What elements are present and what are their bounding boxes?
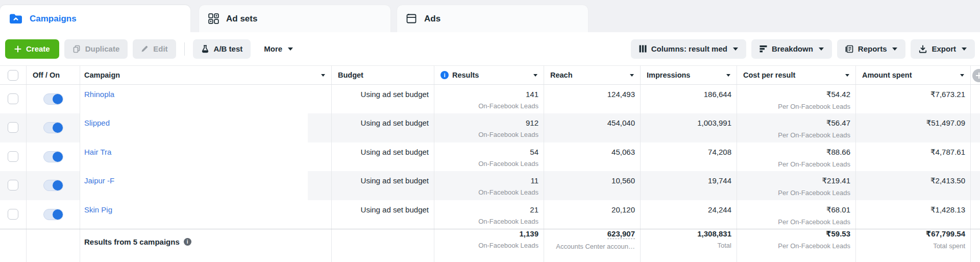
results-subtext: On-Facebook Leads <box>478 102 538 110</box>
campaign-link[interactable]: Hair Tra <box>80 142 111 156</box>
budget-cell: Using ad set budget <box>332 85 434 113</box>
campaigns-table: Off / On Campaign Budget Results Reach I… <box>0 65 980 262</box>
duplicate-button[interactable]: Duplicate <box>64 39 128 59</box>
reports-icon <box>845 45 853 53</box>
export-button[interactable]: Export <box>911 39 975 59</box>
sort-caret-icon[interactable] <box>726 74 730 77</box>
table-header-row: Off / On Campaign Budget Results Reach I… <box>0 65 980 85</box>
chevron-down-icon <box>962 47 967 51</box>
columns-icon <box>639 45 647 53</box>
campaign-link[interactable]: Skin Pig <box>80 200 112 214</box>
add-column-icon[interactable] <box>972 69 980 82</box>
header-budget[interactable]: Budget <box>332 66 434 84</box>
cost-subtext: Per On-Facebook Leads <box>778 103 850 110</box>
results-subtext: On-Facebook Leads <box>478 131 538 138</box>
row-checkbox[interactable] <box>8 151 18 162</box>
cost-per-result-cell: ₹219.41Per On-Facebook Leads <box>737 171 856 200</box>
campaign-toggle-on[interactable] <box>43 209 63 220</box>
footer-info-icon[interactable] <box>184 238 191 246</box>
row-checkbox[interactable] <box>8 180 18 190</box>
sort-caret-icon[interactable] <box>960 74 964 77</box>
footer-cost-subtext: Per On-Facebook Leads <box>778 242 850 250</box>
reach-cell: 10,560 <box>544 171 641 200</box>
results-cell: 54On-Facebook Leads <box>434 142 544 171</box>
pencil-icon <box>141 45 149 53</box>
campaign-cell: Slipped <box>80 113 332 142</box>
footer-impressions-subtext: Total <box>718 242 731 249</box>
footer-summary-cell: Results from 5 campaigns <box>80 229 332 262</box>
header-results-label: Results <box>452 71 479 79</box>
footer-summary-label: Results from 5 campaigns <box>80 237 331 246</box>
header-impressions-label: Impressions <box>641 71 690 79</box>
row-toggle-cell <box>27 171 80 200</box>
flask-icon <box>201 45 209 53</box>
columns-button-label: Columns: result med <box>651 44 727 53</box>
footer-amount-cell: ₹67,799.54Total spent <box>856 229 971 262</box>
reach-cell: 454,040 <box>544 113 641 142</box>
reach-value: 454,040 <box>607 118 635 127</box>
header-results[interactable]: Results <box>434 66 544 84</box>
redaction-overlay <box>80 142 308 171</box>
create-button-label: Create <box>26 44 50 53</box>
row-checkbox-cell <box>0 171 27 200</box>
header-amount-spent[interactable]: Amount spent <box>856 66 971 84</box>
row-checkbox[interactable] <box>8 93 18 104</box>
results-info-icon[interactable] <box>440 71 449 79</box>
campaign-toggle-on[interactable] <box>43 93 63 105</box>
more-button[interactable]: More <box>256 39 301 59</box>
sort-caret-icon[interactable] <box>321 74 325 77</box>
header-cost-per-result[interactable]: Cost per result <box>737 66 856 84</box>
campaign-cell: Hair Tra <box>80 142 332 171</box>
download-icon <box>919 45 927 53</box>
edit-button[interactable]: Edit <box>133 39 176 59</box>
cost-subtext: Per On-Facebook Leads <box>778 160 850 168</box>
impressions-cell: 19,744 <box>641 171 737 200</box>
row-checkbox-cell <box>0 113 27 142</box>
impressions-value: 24,244 <box>708 205 731 214</box>
table-row: Rhinopla Using ad set budget 141On-Faceb… <box>0 85 980 113</box>
row-checkbox[interactable] <box>8 122 18 133</box>
campaign-link[interactable]: Jaipur -F <box>80 171 114 185</box>
header-campaign[interactable]: Campaign <box>80 66 332 84</box>
ab-test-button[interactable]: A/B test <box>193 39 251 59</box>
tab-campaigns[interactable]: Campaigns <box>0 5 190 32</box>
amount-spent-cell: ₹7,673.21 <box>856 85 971 113</box>
row-end-cell <box>971 171 980 200</box>
reports-button[interactable]: Reports <box>837 39 906 59</box>
impressions-value: 19,744 <box>708 176 731 185</box>
chevron-down-icon <box>288 47 293 51</box>
row-checkbox[interactable] <box>8 209 18 220</box>
header-impressions[interactable]: Impressions <box>641 66 737 84</box>
footer-reach-value[interactable]: 623,907 <box>607 229 635 239</box>
create-button[interactable]: Create <box>5 39 59 59</box>
columns-button[interactable]: Columns: result med <box>631 39 746 59</box>
row-toggle-cell <box>27 200 80 229</box>
sort-caret-icon[interactable] <box>845 74 849 77</box>
cost-subtext: Per On-Facebook Leads <box>778 218 850 226</box>
sort-caret-icon[interactable] <box>630 74 634 77</box>
tab-ad-sets[interactable]: Ad sets <box>199 5 390 32</box>
breakdown-button[interactable]: Breakdown <box>751 39 832 59</box>
sort-caret-icon[interactable] <box>533 74 537 77</box>
duplicate-button-label: Duplicate <box>85 44 120 53</box>
results-value: 21 <box>530 205 538 214</box>
reach-value: 124,493 <box>607 90 635 99</box>
results-value: 912 <box>526 118 538 127</box>
campaign-toggle-on[interactable] <box>43 122 63 133</box>
impressions-cell: 74,208 <box>641 142 737 171</box>
budget-cell: Using ad set budget <box>332 200 434 229</box>
footer-checkbox-cell <box>0 229 27 262</box>
cost-value: ₹54.42 <box>826 90 850 99</box>
results-value: 54 <box>530 148 538 156</box>
header-off-on-label: Off / On <box>27 71 60 79</box>
results-subtext: On-Facebook Leads <box>478 218 538 225</box>
campaign-link[interactable]: Slipped <box>80 113 110 127</box>
select-all-checkbox[interactable] <box>8 70 18 81</box>
row-end-cell <box>971 200 980 229</box>
campaign-toggle-on[interactable] <box>43 151 63 162</box>
campaign-cell: Rhinopla <box>80 85 332 113</box>
header-reach[interactable]: Reach <box>544 66 641 84</box>
campaign-link[interactable]: Rhinopla <box>80 85 114 99</box>
campaign-toggle-on[interactable] <box>43 180 63 191</box>
tab-ads[interactable]: Ads <box>397 5 588 32</box>
